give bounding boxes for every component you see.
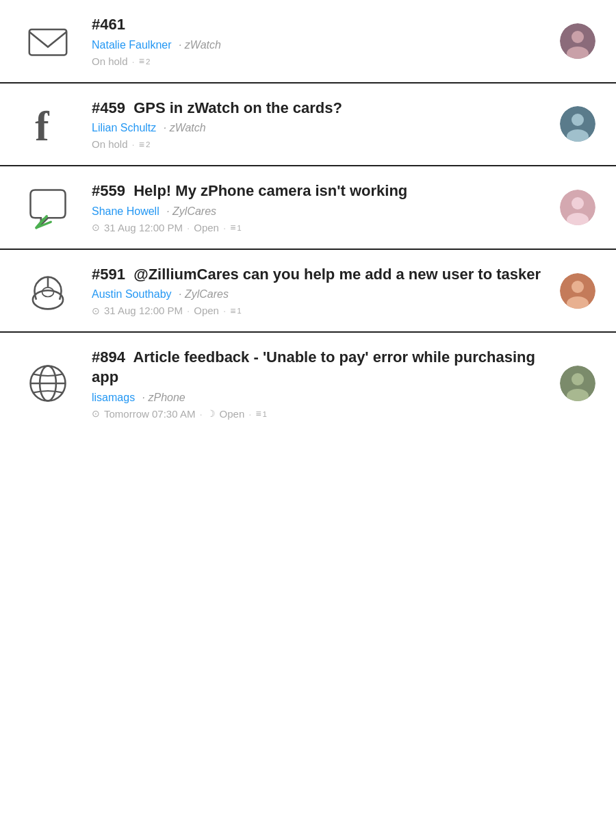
ticket-item[interactable]: #591 @ZilliumCares can you help me add a… [0, 250, 616, 333]
channel-icon-wrap [21, 268, 75, 314]
ticket-item[interactable]: #461 Natalie Faulkner · zWatch On hold ·… [0, 0, 616, 84]
submitter-name[interactable]: Natalie Faulkner [92, 39, 172, 51]
priority-badge: ≡2 [139, 139, 151, 150]
svg-point-15 [572, 281, 584, 293]
ticket-submitter: Shane Howell · ZylCares [92, 205, 543, 218]
svg-point-12 [42, 287, 54, 296]
ticket-submitter: lisamags · zPhone [92, 392, 543, 404]
priority-badge: ≡1 [255, 408, 267, 419]
avatar [560, 366, 595, 401]
ticket-title: #591 @ZilliumCares can you help me add a… [92, 265, 543, 285]
timestamp: 31 Aug 12:00 PM [104, 222, 183, 233]
priority-badge: ≡1 [230, 305, 242, 316]
ticket-submitter: Natalie Faulkner · zWatch [92, 39, 543, 51]
product-name: · zPhone [142, 392, 185, 403]
clock-icon: ⊙ [92, 222, 100, 233]
svg-rect-0 [29, 29, 66, 55]
clock-icon: ⊙ [92, 408, 100, 419]
ticket-content: #461 Natalie Faulkner · zWatch On hold ·… [92, 15, 543, 67]
ticket-meta: ⊙ 31 Aug 12:00 PM · Open · ≡1 [92, 305, 543, 316]
product-name: · ZylCares [166, 205, 216, 217]
submitter-name[interactable]: Lilian Schultz [92, 122, 156, 133]
submitter-name[interactable]: Austin Southaby [92, 288, 172, 300]
avatar-image [560, 23, 595, 59]
ticket-item[interactable]: #894 Article feedback - 'Unable to pay' … [0, 333, 616, 434]
avatar-image [560, 366, 595, 401]
status-text: On hold [92, 55, 128, 67]
svg-point-2 [572, 31, 584, 43]
ticket-title: #559 Help! My zPhone camera isn't workin… [92, 181, 543, 201]
web-icon [25, 360, 71, 407]
avatar [560, 190, 595, 225]
ticket-title: #461 [92, 15, 543, 35]
chat-icon [25, 184, 71, 231]
facebook-icon: f [25, 101, 71, 147]
avatar [560, 106, 595, 142]
timestamp: Tomorrow 07:30 AM [104, 408, 195, 420]
ticket-content: #559 Help! My zPhone camera isn't workin… [92, 181, 543, 233]
timestamp: 31 Aug 12:00 PM [104, 305, 183, 316]
ticket-title: #459 GPS in zWatch on the cards? [92, 99, 543, 118]
ticket-meta: On hold · ≡2 [92, 138, 543, 150]
snooze-icon: ☽ [207, 408, 216, 419]
ticket-meta: On hold · ≡2 [92, 55, 543, 67]
channel-icon-wrap: f [21, 101, 75, 147]
status-text: Open [194, 305, 219, 316]
priority-badge: ≡2 [139, 55, 151, 66]
ticket-item[interactable]: f #459 GPS in zWatch on the cards? Lilia… [0, 84, 616, 167]
svg-point-6 [572, 114, 584, 126]
clock-icon: ⊙ [92, 305, 100, 316]
phone-icon [25, 268, 71, 314]
ticket-list: #461 Natalie Faulkner · zWatch On hold ·… [0, 0, 616, 435]
avatar [560, 273, 595, 309]
ticket-submitter: Lilian Schultz · zWatch [92, 122, 543, 134]
avatar [560, 23, 595, 59]
submitter-name[interactable]: Shane Howell [92, 205, 159, 217]
avatar-image [560, 190, 595, 225]
ticket-content: #459 GPS in zWatch on the cards? Lilian … [92, 99, 543, 151]
ticket-title: #894 Article feedback - 'Unable to pay' … [92, 348, 543, 387]
channel-icon-wrap [21, 360, 75, 407]
status-text: Open [194, 222, 219, 233]
ticket-content: #894 Article feedback - 'Unable to pay' … [92, 348, 543, 419]
channel-icon-wrap [21, 18, 75, 64]
status-text: On hold [92, 138, 128, 150]
product-name: · ZylCares [179, 288, 229, 300]
svg-point-21 [572, 373, 584, 385]
status-text: Open [220, 408, 245, 420]
ticket-submitter: Austin Southaby · ZylCares [92, 288, 543, 301]
svg-point-11 [33, 290, 63, 309]
ticket-item[interactable]: #559 Help! My zPhone camera isn't workin… [0, 166, 616, 250]
priority-badge: ≡1 [230, 222, 242, 233]
ticket-content: #591 @ZilliumCares can you help me add a… [92, 265, 543, 317]
product-name: · zWatch [164, 122, 206, 133]
svg-text:f: f [35, 103, 49, 147]
submitter-name[interactable]: lisamags [92, 392, 135, 403]
ticket-meta: ⊙ Tomorrow 07:30 AM · ☽ Open · ≡1 [92, 408, 543, 420]
channel-icon-wrap [21, 184, 75, 231]
product-name: · zWatch [179, 39, 221, 51]
svg-point-9 [572, 197, 584, 209]
avatar-image [560, 106, 595, 142]
email-icon [25, 18, 71, 64]
ticket-meta: ⊙ 31 Aug 12:00 PM · Open · ≡1 [92, 222, 543, 233]
avatar-image [560, 273, 595, 309]
